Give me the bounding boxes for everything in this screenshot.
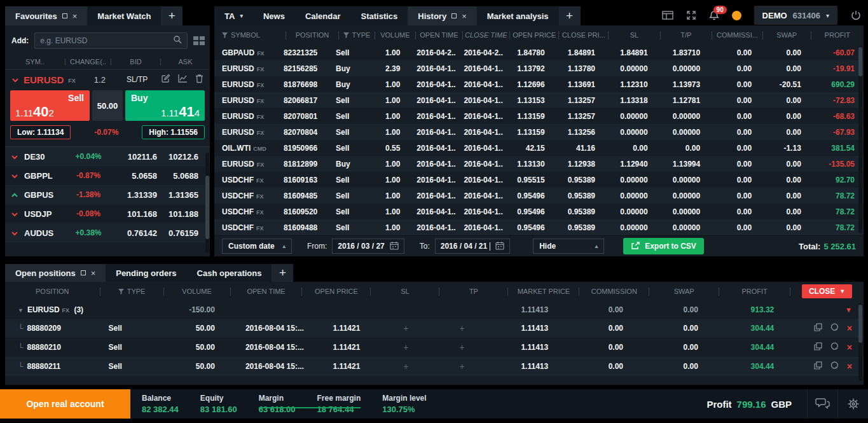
add-tp-button[interactable]: + bbox=[460, 361, 465, 371]
tab-ta[interactable]: TA▾ bbox=[214, 6, 253, 25]
volume-input[interactable]: 50.00 bbox=[92, 90, 123, 121]
close-position-icon[interactable]: × bbox=[847, 343, 852, 351]
positions-col-profit[interactable]: PROFIT bbox=[719, 288, 790, 296]
close-icon[interactable]: × bbox=[462, 11, 467, 21]
account-selector[interactable]: DEMO 631406 ▾ bbox=[754, 6, 837, 25]
history-col-position[interactable]: POSITION bbox=[286, 31, 339, 39]
history-row[interactable]: EURUSDFX82066817Sell1.002016-04-1...2016… bbox=[214, 92, 864, 108]
history-row[interactable]: EURUSDFX81812899Buy1.002016-04-1...2016-… bbox=[214, 156, 864, 172]
tab-market-watch[interactable]: Market Watch bbox=[87, 6, 161, 25]
power-logout-icon[interactable] bbox=[850, 10, 862, 21]
position-row[interactable]: └88880211 Sell 50.00 2016-08-04 15:... 1… bbox=[5, 357, 864, 376]
add-panel-tab-button[interactable]: + bbox=[559, 6, 581, 25]
positions-col-open-price[interactable]: OPEN PRICE bbox=[302, 288, 371, 296]
watch-bid[interactable]: 1.31339 bbox=[111, 190, 161, 200]
watch-bid[interactable]: 10211.6 bbox=[111, 152, 161, 162]
history-row[interactable]: EURUSDFX82070801Sell1.002016-04-1...2016… bbox=[214, 108, 864, 124]
notifications-bell-icon[interactable]: 90 bbox=[709, 10, 719, 21]
edit-order-icon[interactable] bbox=[161, 74, 170, 86]
connection-status-icon[interactable] bbox=[732, 11, 741, 20]
filter-icon[interactable] bbox=[343, 32, 349, 38]
history-col-close-pri-[interactable]: CLOSE PRI... bbox=[559, 31, 609, 39]
watch-ask[interactable]: 0.76159 bbox=[161, 228, 210, 238]
add-sl-button[interactable]: + bbox=[403, 323, 408, 333]
positions-col-open-time[interactable]: OPEN TIME bbox=[231, 288, 303, 296]
close-all-button[interactable]: CLOSE▼ bbox=[802, 284, 852, 298]
add-panel-tab-button[interactable]: + bbox=[161, 6, 183, 25]
position-row[interactable]: └88880210 Sell 50.00 2016-08-04 15:... 1… bbox=[5, 338, 864, 357]
watch-bid[interactable]: 5.0658 bbox=[111, 171, 161, 181]
add-panel-tab-button[interactable]: + bbox=[272, 264, 293, 282]
add-tp-button[interactable]: + bbox=[460, 323, 465, 333]
tab-history[interactable]: History × bbox=[408, 6, 476, 25]
watch-ask[interactable]: 5.0688 bbox=[161, 171, 210, 181]
watch-ask[interactable]: 1.31365 bbox=[161, 190, 210, 200]
history-row[interactable]: GBPAUDFX82321325Sell1.002016-04-2...2016… bbox=[214, 45, 864, 60]
tab-favourites[interactable]: Favourites × bbox=[5, 6, 87, 25]
chevron-down-icon[interactable] bbox=[11, 74, 19, 85]
buy-button[interactable]: Buy 1.11414 bbox=[125, 90, 205, 121]
col-bid[interactable]: BID bbox=[111, 59, 161, 66]
positions-col-sl[interactable]: SL bbox=[371, 288, 439, 296]
tab-open-positions[interactable]: Open positions × bbox=[5, 264, 106, 282]
history-row[interactable]: EURUSDFX82156285Buy2.392016-04-1...2016-… bbox=[214, 60, 864, 76]
filter-icon[interactable] bbox=[222, 32, 228, 38]
maximize-icon[interactable] bbox=[62, 13, 67, 18]
positions-col-market-price[interactable]: MARKET PRICE bbox=[508, 288, 579, 296]
history-col-swap[interactable]: SWAP bbox=[763, 31, 811, 39]
close-icon[interactable]: × bbox=[91, 268, 96, 278]
to-date-input[interactable]: 2016 / 04 / 21 bbox=[435, 239, 510, 254]
watch-ask[interactable]: 101.188 bbox=[161, 209, 210, 219]
instrument-header[interactable]: EURUSD FX 1.2 SL/TP bbox=[5, 70, 210, 88]
watch-bid[interactable]: 0.76142 bbox=[111, 228, 161, 238]
tab-cash-operations[interactable]: Cash operations bbox=[187, 264, 272, 282]
trash-icon[interactable] bbox=[195, 74, 203, 86]
duplicate-order-icon[interactable] bbox=[814, 342, 822, 352]
fullscreen-icon[interactable] bbox=[686, 10, 696, 20]
positions-col-commission[interactable]: COMMISSION bbox=[579, 288, 649, 296]
date-range-select[interactable]: Custom date▴ bbox=[222, 239, 292, 254]
history-col-commissi-[interactable]: COMMISSI... bbox=[712, 31, 763, 39]
history-col-close-time[interactable]: CLOSE TIME bbox=[463, 31, 510, 39]
history-col-profit[interactable]: PROFIT bbox=[811, 31, 864, 39]
history-row[interactable]: USDCHFFX81609485Sell1.002016-04-1...2016… bbox=[214, 188, 864, 204]
reverse-order-icon[interactable] bbox=[830, 361, 839, 371]
history-row[interactable]: USDCHFFX81609488Sell1.002016-04-1...2016… bbox=[214, 219, 864, 235]
history-row[interactable]: OIL.WTICMD81950966Sell0.552016-04-1...20… bbox=[214, 140, 864, 156]
maximize-icon[interactable] bbox=[81, 270, 86, 275]
history-col-type[interactable]: TYPE bbox=[339, 31, 375, 39]
col-change[interactable]: CHANGE(.. bbox=[65, 59, 111, 66]
tab-news[interactable]: News bbox=[253, 6, 295, 25]
layout-icon[interactable] bbox=[662, 11, 673, 20]
positions-group-row[interactable]: ▼EURUSDFX (3) -150.00 1.11413 0.00 0.00 … bbox=[5, 301, 864, 319]
maximize-icon[interactable] bbox=[451, 13, 457, 18]
hide-select[interactable]: Hide▴ bbox=[533, 239, 604, 254]
add-sl-button[interactable]: + bbox=[403, 342, 408, 352]
tab-market-analysis[interactable]: Market analysis bbox=[477, 6, 559, 25]
positions-col-position[interactable]: POSITION bbox=[5, 288, 100, 296]
add-tp-button[interactable]: + bbox=[460, 342, 465, 352]
history-col-volume[interactable]: VOLUME bbox=[375, 31, 416, 39]
export-csv-button[interactable]: Export to CSV bbox=[623, 238, 704, 254]
duplicate-order-icon[interactable] bbox=[814, 323, 822, 333]
history-row[interactable]: EURUSDFX81876698Buy1.002016-04-1...2016-… bbox=[214, 76, 864, 92]
history-row[interactable]: USDCHFFX81609520Sell1.002016-04-1...2016… bbox=[214, 204, 864, 219]
watchlist-row[interactable]: GBPPL -0.87% 5.0658 5.0688 bbox=[5, 166, 210, 185]
tab-statistics[interactable]: Statistics bbox=[351, 6, 408, 25]
col-symbol[interactable]: SYM.. bbox=[5, 59, 65, 66]
positions-col-tp[interactable]: TP bbox=[439, 288, 508, 296]
history-col-t-p[interactable]: T/P bbox=[661, 31, 713, 39]
positions-col-volume[interactable]: VOLUME bbox=[164, 288, 231, 296]
history-col-sl[interactable]: SL bbox=[609, 31, 661, 39]
reverse-order-icon[interactable] bbox=[830, 323, 839, 333]
positions-col-type[interactable]: TYPE bbox=[100, 288, 164, 296]
history-scrollbar[interactable] bbox=[858, 46, 862, 233]
watchlist-row[interactable]: AUDUS +0.38% 0.76142 0.76159 bbox=[5, 223, 210, 242]
add-sl-button[interactable]: + bbox=[403, 361, 408, 371]
chart-icon[interactable] bbox=[178, 74, 188, 85]
history-col-symbol[interactable]: SYMBOL bbox=[214, 31, 286, 39]
from-date-input[interactable]: 2016 / 03 / 27 bbox=[332, 239, 404, 254]
position-row[interactable]: └88880209 Sell 50.00 2016-08-04 15:... 1… bbox=[5, 319, 864, 338]
calendar-icon[interactable] bbox=[390, 241, 399, 252]
watchlist-row[interactable]: DE30 +0.04% 10211.6 10212.6 bbox=[5, 147, 210, 166]
